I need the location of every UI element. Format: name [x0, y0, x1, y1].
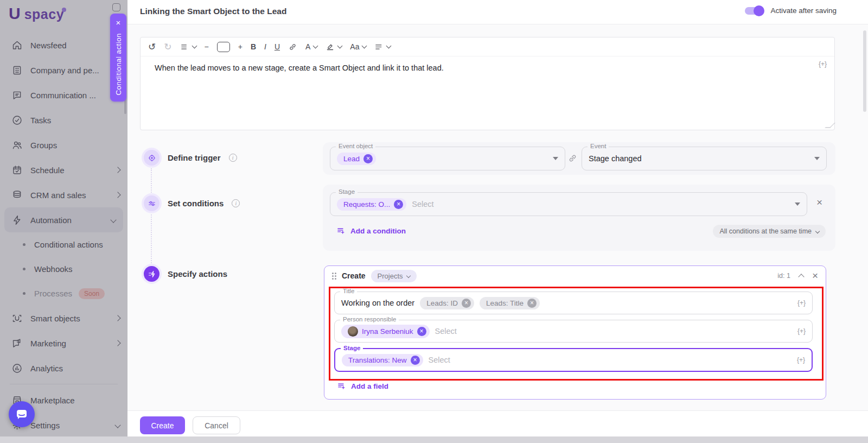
task-check-icon: [11, 114, 23, 126]
main-panel: Linking the Smart Object to the Lead Act…: [127, 0, 868, 443]
increase-font-icon[interactable]: +: [238, 43, 242, 50]
insert-variable-token[interactable]: {+}: [797, 327, 806, 335]
underline-button[interactable]: U: [275, 43, 280, 50]
sidebar: U spacy Newsfeed Company and pe... Commu…: [0, 0, 127, 443]
select-placeholder: Select: [412, 200, 433, 208]
sidebar-item-marketing[interactable]: Marketing: [0, 331, 127, 356]
highlight-color-button[interactable]: [326, 42, 342, 52]
close-icon[interactable]: ×: [116, 18, 121, 27]
redo-icon[interactable]: ↻: [164, 42, 171, 52]
sidebar-item-webhooks[interactable]: Webhooks: [0, 257, 127, 281]
stage-chip: Translations: New ×: [342, 354, 423, 366]
remove-action-icon[interactable]: ×: [812, 270, 818, 282]
add-field-button[interactable]: Add a field: [337, 382, 388, 391]
top-bar: Linking the Smart Object to the Lead Act…: [127, 0, 868, 24]
trigger-icon: [144, 150, 159, 166]
activate-toggle[interactable]: [745, 7, 763, 15]
chevron-down-icon: [815, 229, 820, 233]
sidebar-item-groups[interactable]: Groups: [0, 132, 127, 157]
create-action-card: Create Projects id: 1 × Title Working on…: [324, 265, 826, 400]
description-editor[interactable]: ↺ ↻ − + B I U A Aa When the lead moves t…: [140, 37, 835, 130]
chevron-down-icon: [362, 43, 367, 48]
soon-badge: Soon: [79, 288, 105, 299]
remove-chip-icon[interactable]: ×: [527, 299, 537, 308]
chevron-down-icon: [313, 43, 318, 48]
sidebar-item-communication[interactable]: Communication ...: [0, 83, 127, 107]
bolt-icon: [11, 214, 23, 226]
person-responsible-field[interactable]: Person responsible Iryna Serbeniuk × Sel…: [334, 320, 813, 343]
insert-variable-token[interactable]: {+}: [797, 356, 805, 364]
chevron-right-icon: [114, 315, 120, 321]
italic-button[interactable]: I: [264, 43, 266, 50]
home-icon: [11, 39, 23, 51]
align-button[interactable]: [374, 42, 391, 52]
dropdown-caret-icon[interactable]: [795, 202, 800, 206]
remove-chip-icon[interactable]: ×: [394, 200, 403, 209]
info-icon[interactable]: i: [229, 154, 237, 162]
conditional-action-tab[interactable]: × Conditional action: [110, 14, 126, 102]
condition-stage-field[interactable]: Stage Requests: O... × Select: [330, 192, 807, 216]
add-condition-button[interactable]: Add a condition: [336, 226, 406, 236]
chat-icon: [11, 89, 23, 101]
remove-chip-icon[interactable]: ×: [411, 356, 420, 365]
bold-button[interactable]: B: [251, 43, 256, 50]
brand-initial: U: [9, 4, 21, 23]
conditions-mode-select[interactable]: All conditions at the same time: [713, 225, 826, 238]
list-plus-icon: [336, 226, 346, 236]
sidebar-item-crm[interactable]: CRM and sales: [0, 182, 127, 207]
cancel-button[interactable]: Cancel: [193, 416, 240, 434]
sidebar-collapse-icon[interactable]: [112, 3, 120, 11]
text-case-button[interactable]: Aa: [350, 43, 366, 50]
brand-name: spacy: [24, 7, 64, 22]
toggle-knob: [754, 5, 764, 16]
sidebar-item-processes: Processes Soon: [0, 281, 127, 306]
drag-handle-icon[interactable]: [332, 273, 336, 280]
text-color-button[interactable]: A: [305, 43, 317, 50]
undo-icon[interactable]: ↺: [148, 42, 156, 52]
resize-handle[interactable]: [825, 123, 835, 128]
insert-variable-token[interactable]: {+}: [819, 60, 827, 68]
step-set-conditions: Set conditions i: [144, 195, 240, 211]
event-object-chip: Lead ×: [337, 153, 376, 165]
editor-content[interactable]: When the lead moves to a new stage, crea…: [141, 56, 834, 79]
database-icon: [11, 189, 23, 201]
brand-logo[interactable]: U spacy: [9, 4, 64, 23]
font-size-box[interactable]: [217, 42, 230, 52]
event-object-field[interactable]: Event object Lead ×: [330, 147, 565, 170]
sidebar-item-company[interactable]: Company and pe...: [0, 58, 127, 83]
event-value: Stage changed: [589, 154, 642, 163]
sidebar-item-newsfeed[interactable]: Newsfeed: [0, 33, 127, 58]
sidebar-item-automation[interactable]: Automation: [4, 207, 123, 232]
title-field[interactable]: Title Working on the order Leads: ID × L…: [334, 292, 813, 314]
decrease-font-icon[interactable]: −: [205, 43, 209, 50]
link-icon[interactable]: [288, 42, 297, 52]
remove-chip-icon[interactable]: ×: [363, 154, 373, 163]
chevron-down-icon: [114, 422, 120, 428]
remove-chip-icon[interactable]: ×: [462, 299, 471, 308]
sidebar-item-tasks[interactable]: Tasks: [0, 107, 127, 132]
main-scrollbar[interactable]: [863, 30, 866, 112]
sidebar-item-schedule[interactable]: Schedule: [0, 157, 127, 182]
create-button[interactable]: Create: [140, 416, 185, 434]
sidebar-item-smart-objects[interactable]: Smart objects: [0, 306, 127, 331]
smart-object-icon: [11, 312, 23, 324]
remove-condition-icon[interactable]: ×: [816, 197, 822, 208]
trigger-panel: Event object Lead × Event Stage changed: [323, 142, 835, 175]
conditions-panel: Stage Requests: O... × Select × Add a co…: [323, 185, 835, 251]
insert-variable-token[interactable]: {+}: [797, 299, 806, 307]
action-object-select[interactable]: Projects: [371, 270, 417, 282]
sidebar-item-analytics[interactable]: Analytics: [0, 356, 127, 381]
stage-field[interactable]: Stage Translations: New × Select {+}: [334, 348, 813, 372]
event-field[interactable]: Event Stage changed: [582, 147, 827, 170]
select-placeholder: Select: [435, 327, 457, 336]
sidebar-item-conditional-actions[interactable]: Conditional actions: [0, 232, 127, 257]
collapse-card-icon[interactable]: [798, 274, 804, 280]
info-icon[interactable]: i: [232, 199, 240, 207]
bullet-icon: [23, 292, 25, 295]
line-spacing-icon[interactable]: [180, 42, 196, 52]
remove-chip-icon[interactable]: ×: [417, 327, 426, 336]
dropdown-caret-icon[interactable]: [814, 157, 820, 160]
step-connector: [151, 168, 152, 193]
chat-launcher-button[interactable]: [9, 401, 35, 427]
dropdown-caret-icon[interactable]: [553, 157, 558, 160]
